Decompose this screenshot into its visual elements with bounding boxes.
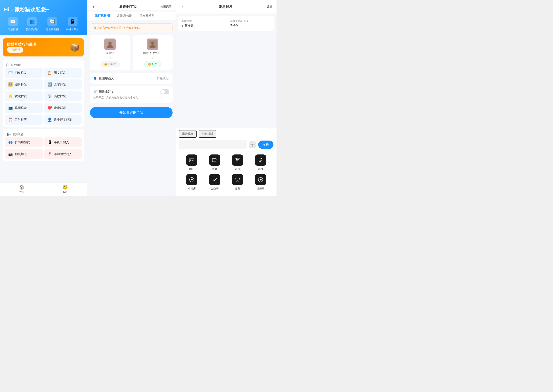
feature-phone-add[interactable]: 📱 手机号加人 <box>44 137 82 147</box>
img-text-icon: 📋 <box>47 70 52 75</box>
media-card[interactable]: 名片 <box>228 154 248 171</box>
nav-mine[interactable]: 😊 我的 <box>43 183 87 196</box>
detect-value: 所有好友 <box>157 77 168 80</box>
feature-nearby-add[interactable]: 📍 添加附近的人 <box>44 149 82 159</box>
msg-header: ‹ 消息群发 设置 <box>176 0 276 14</box>
bottom-nav: 🏠 首页 😊 我的 <box>0 182 87 196</box>
quick-action-msg[interactable]: ✉️ 消息群发 <box>8 17 18 31</box>
nearby-add-icon: 📍 <box>47 152 52 156</box>
tab-moments[interactable]: 朋友圈检测 <box>136 12 158 20</box>
quick-action-forward-icon: 🔄 <box>47 17 57 26</box>
who-tabs: 无打扰检测 发消息检测 朋友圈检测 <box>87 12 176 20</box>
msg-add-btn[interactable] <box>249 141 256 148</box>
friend-status-1: 😊 好友 <box>144 61 161 67</box>
efficient-label: 高效群发 <box>54 94 66 98</box>
friend-name-1: 周京泽（**泽） <box>143 51 162 55</box>
msg-send-btn[interactable]: 发送 <box>258 140 273 149</box>
broadcast-label: 群发消息 <box>11 63 22 67</box>
msg-text-input[interactable] <box>179 140 247 149</box>
media-collection[interactable]: 收藏 <box>228 174 248 190</box>
banner-text: 防封号技巧与说明 <box>7 42 36 47</box>
home-nav-icon: 🏠 <box>19 185 24 190</box>
expand-icon: 👤+ <box>6 133 11 136</box>
nav-home[interactable]: 🏠 首页 <box>0 183 43 196</box>
feature-intimate[interactable]: ❤️ 亲密群发 <box>44 103 82 113</box>
img-broadcast-icon: 🖼️ <box>8 82 13 87</box>
detect-left: 👤 检测哪些人 <box>93 77 114 80</box>
individual-icon: 👤 <box>47 117 52 122</box>
home-greeting: Hi，微粉猫欢迎您~ <box>4 6 83 13</box>
interval-value-text: 5~10s <box>230 24 238 27</box>
media-official[interactable]: 公众号 <box>205 174 225 190</box>
tab-no-disturb[interactable]: 无打扰检测 <box>91 12 113 20</box>
detect-who-section[interactable]: 👤 检测哪些人 所有好友 › <box>90 73 172 84</box>
target-chevron-icon: › <box>194 24 195 27</box>
panel-home: Hi，微粉猫欢迎您~ ✉️ 消息群发 👥 群内加好友 🔄 转发朋友圈 📱 手机号… <box>0 0 87 196</box>
svg-point-4 <box>151 42 154 45</box>
config-interval[interactable]: 群发间隔时间 ℹ 5~10s › <box>230 19 271 28</box>
feature-individual[interactable]: 👤 逐个好友群发 <box>44 115 82 125</box>
banner-learn-btn[interactable]: 了解详情 <box>7 47 23 53</box>
quick-action-msg-icon: ✉️ <box>8 17 18 26</box>
template-tag-btn[interactable]: 消息模版 <box>199 130 216 138</box>
timer-label: 定时提醒 <box>15 118 27 122</box>
delete-label: 删除非好友 <box>99 90 114 94</box>
efficient-icon: 📡 <box>47 94 52 98</box>
album-label: 相册 <box>189 167 194 171</box>
media-video-account[interactable]: 视频号 <box>251 174 271 190</box>
text-broadcast-label: 文字群发 <box>54 83 66 86</box>
feature-fav-broadcast[interactable]: ⭐ 收藏群发 <box>5 91 43 101</box>
quick-action-group[interactable]: 👥 群内加好友 <box>25 17 39 31</box>
config-target[interactable]: 群发对象 所有好友 › <box>181 19 222 28</box>
broadcast-feature-grid: ✉️ 消息群发 📋 图文群发 🖼️ 图片群发 🔤 文字群发 ⭐ 收藏群 <box>5 68 82 125</box>
media-link[interactable]: 链接 <box>251 154 271 171</box>
home-nav-label: 首页 <box>19 190 24 194</box>
media-miniapp[interactable]: 小程序 <box>182 174 202 190</box>
official-icon <box>209 174 220 185</box>
who-header: ‹ 看谁删了我 检测记录 <box>87 0 176 10</box>
nearby-add-label: 添加附近的人 <box>54 152 72 156</box>
banner[interactable]: 防封号技巧与说明 了解详情 📦 <box>3 38 84 56</box>
quick-action-phone[interactable]: 📱 手机号加人 <box>66 17 79 31</box>
msg-back-btn[interactable]: ‹ <box>180 4 185 10</box>
feature-efficient[interactable]: 📡 高效群发 <box>44 91 82 101</box>
msg-title: 消息群发 <box>219 4 232 9</box>
feature-img-text[interactable]: 📋 图文群发 <box>44 68 82 78</box>
intimate-label: 亲密群发 <box>54 106 66 110</box>
quick-action-forward[interactable]: 🔄 转发朋友圈 <box>46 17 59 31</box>
who-history-btn[interactable]: 检测记录 <box>160 5 172 9</box>
feature-msg-broadcast[interactable]: ✉️ 消息群发 <box>5 68 43 78</box>
media-album[interactable]: 相册 <box>182 154 202 171</box>
feature-video-broadcast[interactable]: 📺 视频群发 <box>5 103 43 113</box>
friend-avatar-0 <box>104 39 116 50</box>
feature-timer[interactable]: ⏰ 定时提醒 <box>5 115 43 125</box>
nickname-tag-btn[interactable]: 亲密昵称 <box>179 130 197 138</box>
svg-point-1 <box>108 42 112 45</box>
feature-img-broadcast[interactable]: 🖼️ 图片群发 <box>5 79 43 90</box>
tab-send-msg[interactable]: 发消息检测 <box>113 12 136 20</box>
quick-action-forward-label: 转发朋友圈 <box>46 28 59 31</box>
feature-photo-add[interactable]: 📷 拍照加人 <box>5 149 43 159</box>
start-detect-btn[interactable]: 开始看谁删了我 <box>90 107 172 118</box>
quick-action-msg-label: 消息群发 <box>8 28 18 31</box>
link-icon <box>255 154 266 166</box>
feature-group-add[interactable]: 👥 群内加好友 <box>5 137 43 147</box>
fav-broadcast-label: 收藏群发 <box>15 94 27 98</box>
config-target-label: 群发对象 <box>181 19 222 23</box>
who-back-btn[interactable]: ‹ <box>91 4 96 10</box>
delete-toggle[interactable] <box>160 89 169 94</box>
config-interval-value: 5~10s › <box>230 24 271 27</box>
individual-label: 逐个好友群发 <box>54 118 72 122</box>
card-icon <box>232 154 243 166</box>
msg-compose-area <box>178 33 274 128</box>
banner-left: 防封号技巧与说明 了解详情 <box>7 42 36 53</box>
who-body: 🛡️ 只进入转账界面查看，不会真的转账。 周京泽 ¥ 😞 非好友 <box>87 20 176 196</box>
msg-settings-btn[interactable]: 设置 <box>267 5 273 9</box>
friend-name-0: 周京泽 <box>106 51 114 55</box>
delete-header: 🗑️ 删除非好友 <box>93 89 169 94</box>
non-friend-icon: 😞 <box>104 63 107 66</box>
feature-text-broadcast[interactable]: 🔤 文字群发 <box>44 79 82 90</box>
quick-actions-bar: ✉️ 消息群发 👥 群内加好友 🔄 转发朋友圈 📱 手机号加人 <box>4 17 83 31</box>
media-video[interactable]: 视频 <box>205 154 225 171</box>
feature-group-expand: 👤+ 客源拓展 👥 群内加好友 📱 手机号加人 📷 拍照加人 📍 <box>3 129 84 161</box>
